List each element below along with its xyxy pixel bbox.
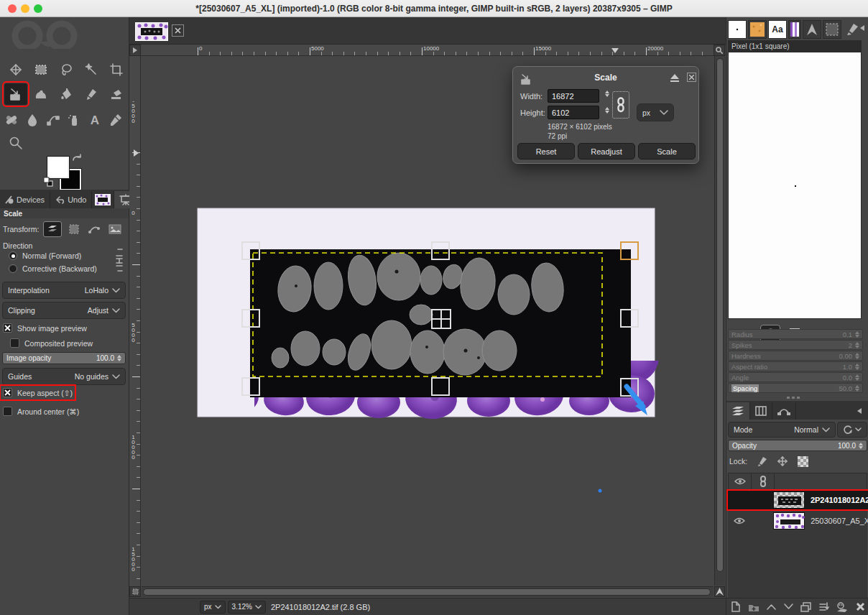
layer-mode-dropdown[interactable]: Mode Normal — [728, 422, 836, 438]
layer-thumbnail[interactable] — [773, 491, 805, 509]
bucket-fill-tool-button[interactable] — [55, 83, 78, 105]
interpolation-dropdown[interactable]: Interpolation LoHalo — [2, 282, 126, 299]
delete-layer-icon[interactable] — [856, 602, 865, 611]
blur-tool-button[interactable] — [22, 109, 42, 131]
visibility-column-header[interactable] — [729, 473, 752, 489]
mode-switch-button[interactable] — [837, 422, 867, 438]
scale-button[interactable]: Scale — [638, 143, 696, 159]
spinner-icon[interactable] — [859, 443, 863, 449]
zoom-tool-button[interactable] — [4, 132, 27, 154]
radius-slider[interactable]: Radius0.1 — [728, 329, 863, 339]
horizontal-scrollbar-thumb[interactable] — [143, 588, 711, 596]
tab-image-thumbnail[interactable] — [92, 191, 114, 208]
paintbrush-tool-button[interactable] — [80, 83, 103, 105]
width-spinner[interactable] — [605, 91, 609, 97]
zoom-window-button[interactable] — [34, 4, 42, 13]
spinner-icon[interactable] — [855, 353, 859, 359]
tab-undo-history[interactable]: Undo — [50, 191, 92, 208]
angle-slider[interactable]: Angle0.0 — [728, 372, 863, 382]
lock-alpha-icon[interactable] — [798, 456, 808, 467]
vertical-ruler[interactable]: -5000 0 5000 10000 15000 — [129, 56, 141, 586]
clipping-dropdown[interactable]: Clipping Adjust — [2, 302, 126, 319]
vertical-scrollbar[interactable] — [714, 56, 725, 586]
default-colors-icon[interactable] — [43, 177, 53, 187]
horizontal-scrollbar[interactable] — [142, 586, 714, 597]
tab-brushes[interactable] — [728, 20, 747, 39]
tab-channels[interactable] — [750, 402, 772, 420]
layer-name[interactable]: 25030607_A5_X — [811, 517, 868, 525]
detach-dialog-icon[interactable] — [670, 74, 680, 83]
image-tab-thumbnail[interactable] — [135, 22, 168, 41]
visibility-toggle-on[interactable] — [728, 517, 751, 524]
tab-layers[interactable] — [726, 402, 750, 420]
handle-transform-tool-button[interactable] — [29, 83, 52, 105]
unit-dropdown-dialog[interactable]: px — [637, 103, 674, 121]
tab-patterns[interactable] — [748, 20, 767, 39]
unit-dropdown[interactable]: px — [200, 601, 226, 614]
lock-pixels-icon[interactable] — [757, 456, 767, 467]
hardness-slider[interactable]: Hardness0.00 — [728, 351, 863, 361]
spinner-icon[interactable] — [855, 364, 859, 370]
navigation-preview-button[interactable] — [714, 586, 725, 597]
transform-path-button[interactable] — [86, 222, 102, 236]
text-tool-button[interactable]: A — [85, 109, 104, 131]
move-tool-button[interactable] — [4, 59, 27, 80]
spinner-icon[interactable] — [117, 355, 121, 361]
tab-gradients[interactable] — [788, 20, 801, 39]
tab-fonts[interactable]: Aa — [768, 20, 787, 39]
minimize-window-button[interactable] — [21, 4, 29, 13]
layer-row-selected[interactable]: 2P241018012A2 — [728, 491, 868, 509]
horizontal-ruler[interactable]: 0 5000 10000 15000 20000 — [141, 45, 714, 56]
link-column-header[interactable] — [752, 473, 775, 489]
close-dialog-button[interactable] — [687, 73, 696, 82]
spikes-slider[interactable]: Spikes2 — [728, 340, 863, 350]
vertical-scrollbar-thumb[interactable] — [716, 58, 724, 572]
eraser-tool-button[interactable] — [105, 83, 128, 105]
fuzzy-select-tool-button[interactable] — [80, 59, 103, 80]
guides-dropdown[interactable]: Guides No guides — [2, 368, 126, 385]
width-input[interactable]: 16872 — [548, 89, 599, 103]
layer-opacity-slider[interactable]: Opacity 100.0 — [728, 440, 867, 451]
transform-selection-button[interactable] — [66, 222, 82, 236]
raise-layer-icon[interactable] — [767, 604, 776, 610]
aspect-ratio-slider[interactable]: Aspect ratio1.0 — [728, 361, 863, 371]
new-layer-group-icon[interactable] — [748, 602, 760, 612]
height-input[interactable]: 6102 — [548, 106, 599, 119]
show-image-preview-checkbox[interactable]: Show image preview — [3, 323, 87, 333]
layer-thumbnail[interactable] — [773, 512, 805, 530]
merge-layer-icon[interactable] — [819, 602, 829, 612]
tab-tool-presets[interactable] — [803, 20, 821, 39]
spinner-icon[interactable] — [855, 385, 859, 392]
tab-paths[interactable] — [772, 402, 796, 420]
spinner-icon[interactable] — [855, 374, 859, 381]
swap-colors-icon[interactable] — [72, 154, 83, 164]
lock-position-icon[interactable] — [777, 456, 788, 467]
close-image-tab-button[interactable] — [172, 24, 184, 37]
layer-row[interactable]: 25030607_A5_X — [728, 512, 868, 530]
direction-corrective-option[interactable]: Corrective (Backward) — [9, 264, 97, 273]
heal-tool-button[interactable] — [1, 109, 21, 131]
crop-tool-button[interactable] — [105, 59, 128, 80]
foreground-color-swatch[interactable] — [47, 157, 69, 178]
image-opacity-slider[interactable]: Image opacity 100.0 — [2, 352, 126, 364]
spinner-icon[interactable] — [855, 342, 859, 348]
spinner-icon[interactable] — [855, 331, 859, 338]
free-select-tool-button[interactable] — [55, 59, 78, 80]
transform-layer-button[interactable] — [43, 221, 62, 237]
brush-preview-area[interactable] — [728, 52, 862, 319]
around-center-checkbox[interactable]: Around center (⌘) — [3, 407, 79, 416]
zoom-dropdown[interactable]: 3.12% — [228, 601, 266, 614]
composited-preview-checkbox[interactable]: Composited preview — [10, 338, 93, 348]
layer-name[interactable]: 2P241018012A2 — [811, 496, 868, 504]
rectangle-select-tool-button[interactable] — [29, 59, 52, 80]
layers-dock-menu-button[interactable] — [851, 402, 868, 420]
airbrush-tool-button[interactable] — [64, 109, 83, 131]
color-picker-tool-button[interactable] — [106, 109, 125, 131]
spacing-slider[interactable]: Spacing50.0 — [728, 383, 863, 393]
paths-tool-button[interactable] — [43, 109, 63, 131]
height-spinner[interactable] — [605, 107, 609, 114]
add-mask-icon[interactable] — [836, 602, 848, 612]
quick-mask-toggle-button[interactable] — [129, 586, 141, 597]
direction-normal-option[interactable]: Normal (Forward) — [9, 251, 81, 260]
scale-tool-button[interactable] — [4, 83, 27, 105]
